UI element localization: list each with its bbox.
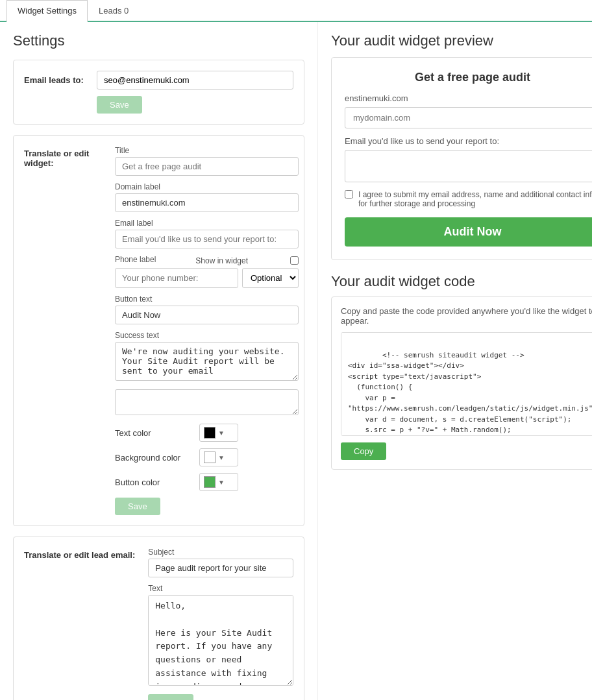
button-color-select[interactable]: ▼ [199,473,238,491]
preview-email-input[interactable] [345,150,592,182]
bottom-save-row: Save View an example → [148,694,293,700]
lead-email-label: Translate or edit lead email: [24,548,135,700]
translate-save-button[interactable]: Save [115,498,160,515]
phone-label-field-group: Phone label Show in widget Optional [115,255,299,288]
title-field-group: Title [115,146,299,176]
translate-widget-inner: Translate or edit widget: Title Domain l… [14,136,304,525]
domain-label-field-group: Domain label [115,182,299,212]
button-color-label: Button color [115,477,193,487]
preview-domain-label: enstinemuki.com [345,93,592,103]
background-color-row: Background color ▼ [115,448,299,466]
button-text-label: Button text [115,295,299,304]
subject-label: Subject [148,548,293,557]
translate-widget-label: Translate or edit widget: [24,146,102,515]
text-field-group: Text Hello, Here is your Site Audit repo… [148,584,293,688]
show-in-widget-label: Show in widget [195,256,248,265]
extra-textarea-group [115,389,299,417]
button-text-field-group: Button text [115,295,299,324]
email-leads-save-button[interactable]: Save [97,96,142,114]
lead-email-section: Translate or edit lead email: Subject Te… [13,537,304,700]
email-leads-card: Email leads to: Save [13,60,304,125]
subject-input[interactable] [148,559,293,577]
copy-button[interactable]: Copy [341,442,386,460]
tab-leads[interactable]: Leads 0 [88,0,140,22]
button-text-input[interactable] [115,306,299,324]
page-title: Settings [13,32,304,49]
title-label: Title [115,146,299,155]
email-label-input[interactable] [115,230,299,248]
code-section-title: Your audit widget code [331,273,592,290]
preview-heading: Get a free page audit [345,71,592,84]
text-color-swatch [204,427,216,439]
lead-email-fields: Subject Text Hello, Here is your Site Au… [148,548,293,700]
text-label: Text [148,584,293,593]
domain-label-label: Domain label [115,182,299,191]
translate-widget-card: Translate or edit widget: Title Domain l… [13,135,304,526]
button-color-swatch [204,476,216,488]
phone-input[interactable] [115,268,238,288]
domain-label-input[interactable] [115,193,299,212]
preview-agree-row: I agree to submit my email address, name… [345,190,592,208]
preview-title: Your audit widget preview [331,32,592,49]
success-text-label: Success text [115,331,299,340]
email-leads-input[interactable] [97,71,293,90]
text-color-label: Text color [115,428,193,438]
email-leads-inner: Email leads to: Save [14,60,304,124]
text-color-select[interactable]: ▼ [199,424,238,442]
preview-agree-text: I agree to submit my email address, name… [358,190,592,208]
code-description: Copy and paste the code provided anywher… [341,306,592,326]
main-layout: Settings Email leads to: Save Translate … [0,22,592,700]
tab-widget-settings[interactable]: Widget Settings [6,0,88,22]
email-label-field-group: Email label [115,219,299,248]
right-panel: Your audit widget preview Get a free pag… [318,22,592,700]
preview-card: Get a free page audit enstinemuki.com Em… [331,57,592,260]
text-color-arrow: ▼ [218,429,225,437]
preview-email-label: Email you'd like us to send your report … [345,136,592,146]
success-text-field-group: Success text We're now auditing your web… [115,331,299,383]
success-text-textarea[interactable]: We're now auditing your website. Your Si… [115,342,299,381]
preview-agree-checkbox[interactable] [345,190,353,199]
email-label-label: Email label [115,219,299,228]
email-leads-row: Email leads to: [24,71,293,90]
button-color-row: Button color ▼ [115,473,299,491]
background-color-label: Background color [115,453,193,463]
translate-widget-divider: Translate or edit widget: Title Domain l… [24,146,293,515]
code-block[interactable]: <!-- semrush siteaudit widget --> <div i… [341,332,592,436]
optional-select[interactable]: Optional [242,268,299,288]
extra-textarea[interactable] [115,389,299,415]
button-color-arrow: ▼ [218,479,225,486]
lead-email-save-button[interactable]: Save [148,694,193,700]
title-input[interactable] [115,157,299,176]
text-color-row: Text color ▼ [115,424,299,442]
phone-row: Phone label Show in widget Optional [115,255,299,288]
tab-bar: Widget Settings Leads 0 [0,0,592,22]
background-color-swatch [204,452,216,463]
left-panel: Settings Email leads to: Save Translate … [0,22,318,700]
lead-email-divider: Translate or edit lead email: Subject Te… [24,548,293,700]
code-card: Copy and paste the code provided anywher… [331,296,592,470]
background-color-select[interactable]: ▼ [199,448,238,466]
background-color-arrow: ▼ [218,454,225,461]
preview-domain-input[interactable] [345,107,592,128]
phone-label-label: Phone label [115,255,156,264]
preview-audit-button[interactable]: Audit Now [345,217,592,247]
show-widget-checkbox[interactable] [290,256,299,265]
translate-widget-fields: Title Domain label Email label [115,146,299,515]
text-textarea[interactable]: Hello, Here is your Site Audit report. I… [148,595,293,686]
subject-field-group: Subject [148,548,293,577]
email-leads-label: Email leads to: [24,75,89,85]
